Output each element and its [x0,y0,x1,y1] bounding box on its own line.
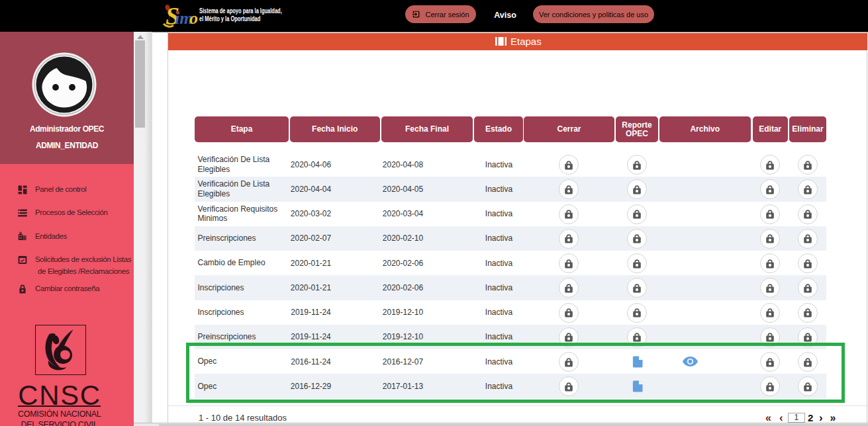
svg-text:o: o [189,9,198,28]
